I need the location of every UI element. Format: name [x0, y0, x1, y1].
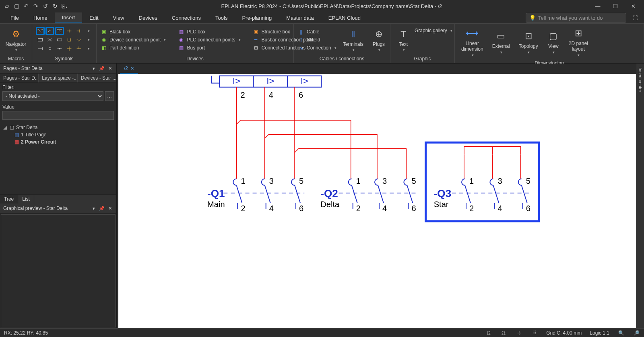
- symbol-dd-1[interactable]: ▾: [84, 27, 93, 35]
- maximize-button[interactable]: ❐: [609, 3, 621, 9]
- devconn-button[interactable]: ◉Device connection point▾: [101, 37, 166, 43]
- preview-menu-icon[interactable]: ▾: [91, 205, 97, 212]
- zoom-in-icon[interactable]: 🔎: [633, 329, 640, 337]
- symbol-dd-2[interactable]: ▾: [84, 36, 93, 44]
- svg-text:4: 4: [269, 204, 274, 213]
- symbol-14[interactable]: [65, 45, 74, 53]
- symbol-coil[interactable]: [55, 36, 64, 44]
- value-input[interactable]: [2, 111, 114, 120]
- svg-line-24: [265, 185, 270, 203]
- menu-devices[interactable]: Devices: [132, 13, 165, 23]
- preview-close-icon[interactable]: ✕: [107, 205, 113, 212]
- symbol-5[interactable]: [74, 27, 83, 35]
- insert-center-rail[interactable]: Insert center: [636, 64, 644, 328]
- snap-icon-2[interactable]: Ω:: [500, 329, 508, 337]
- tree-root[interactable]: ◢ ▢ Star Delta: [2, 124, 114, 131]
- redo-icon[interactable]: ↷: [32, 2, 39, 10]
- new-icon[interactable]: ▱: [3, 2, 10, 10]
- symbol-10[interactable]: [74, 36, 83, 44]
- close-button[interactable]: ✕: [627, 3, 639, 9]
- symbol-9[interactable]: [65, 36, 74, 44]
- navigator-button[interactable]: ⚙ Navigator ▾: [3, 26, 29, 53]
- minimize-button[interactable]: —: [592, 3, 604, 9]
- plcbox-button[interactable]: ▥PLC box: [178, 29, 240, 35]
- filter-more-button[interactable]: …: [105, 91, 114, 101]
- project-tree[interactable]: ◢ ▢ Star Delta ▤ 1 Title Page ▤ 2 Power …: [0, 121, 116, 194]
- panel-pin-icon[interactable]: 📌: [99, 65, 105, 72]
- forward-icon[interactable]: ↻: [52, 2, 59, 10]
- symbol-7[interactable]: [45, 36, 54, 44]
- menu-view[interactable]: View: [106, 13, 132, 23]
- zoom-out-icon[interactable]: 🔍: [617, 329, 625, 337]
- preview-pin-icon[interactable]: 📌: [99, 205, 105, 212]
- back-icon[interactable]: ↺: [42, 2, 49, 10]
- menu-edit[interactable]: Edit: [82, 13, 105, 23]
- tree-page-2[interactable]: ▤ 2 Power Circuit: [2, 138, 114, 146]
- grid-dots-icon[interactable]: ⠿: [531, 329, 538, 337]
- tab-pages[interactable]: Pages - Star D...: [0, 74, 39, 82]
- undo-icon[interactable]: ↶: [23, 2, 30, 10]
- shield-button[interactable]: ⟟Shield: [298, 37, 336, 43]
- symbol-contact-no[interactable]: [36, 27, 45, 35]
- tab-close-icon[interactable]: ✕: [130, 66, 134, 71]
- symbol-contact-nc[interactable]: [55, 27, 64, 35]
- terminals-button[interactable]: ⦀ Terminals▾: [341, 26, 366, 53]
- svg-text:-Q1: -Q1: [207, 187, 225, 199]
- menu-preplan[interactable]: Pre-planning: [235, 13, 279, 23]
- busport-button[interactable]: ▤Bus port: [178, 45, 240, 51]
- plugs-button[interactable]: ⊕ Plugs▾: [370, 26, 388, 53]
- search-input[interactable]: 💡 Tell me what you want to do: [526, 13, 626, 23]
- schematic-canvas[interactable]: I> I> I> 2 4 6: [118, 74, 636, 328]
- blackbox-button[interactable]: ▣Black box: [101, 29, 166, 35]
- topology-button[interactable]: ⊡ Topology▾: [516, 28, 541, 55]
- doc-tab[interactable]: /2 ✕: [120, 64, 138, 74]
- menu-file[interactable]: File: [3, 13, 26, 23]
- symbol-15[interactable]: [74, 45, 83, 53]
- partdef-button[interactable]: ◧Part definition: [101, 45, 166, 51]
- text-button[interactable]: T Text▾: [394, 26, 412, 53]
- linear-dim-button[interactable]: ⟷ Linear dimension▾: [459, 25, 486, 59]
- tree-page-1[interactable]: ▤ 1 Title Page: [2, 131, 114, 138]
- connection-button[interactable]: ↘Connection▾: [298, 45, 336, 51]
- tab-list[interactable]: List: [18, 195, 34, 203]
- symbol-11[interactable]: [36, 45, 45, 53]
- symbol-6[interactable]: [36, 36, 45, 44]
- menu-master[interactable]: Master data: [279, 13, 321, 23]
- snap-icon-1[interactable]: Ω: [485, 329, 492, 337]
- panel-close-icon[interactable]: ✕: [107, 65, 113, 72]
- svg-text:I>: I>: [233, 76, 240, 86]
- tab-devices[interactable]: Devices - Star ...: [78, 74, 116, 82]
- tab-tree[interactable]: Tree: [0, 195, 18, 203]
- svg-text:2: 2: [240, 90, 245, 99]
- menu-insert[interactable]: Insert: [55, 12, 83, 23]
- gallery-button[interactable]: Graphic gallery▾: [415, 28, 452, 33]
- menu-connections[interactable]: Connections: [165, 13, 208, 23]
- filter-select[interactable]: - Not activated -: [2, 91, 103, 101]
- expand-ribbon-icon[interactable]: ⛶: [630, 12, 641, 23]
- symbol-12[interactable]: [45, 45, 54, 53]
- symbol-4[interactable]: [65, 27, 74, 35]
- struct-icon: ▣: [253, 29, 259, 35]
- plcconn-button[interactable]: ◉PLC connection points▾: [178, 37, 240, 43]
- collapse-icon[interactable]: ◢: [2, 125, 7, 130]
- tab-layout[interactable]: Layout space -...: [39, 74, 77, 82]
- view-button[interactable]: ▢ View▾: [545, 28, 562, 55]
- cable-button[interactable]: ‖Cable: [298, 29, 336, 35]
- symbol-dd-3[interactable]: ▾: [84, 45, 93, 53]
- page-icon: ▤: [14, 139, 19, 145]
- open-icon[interactable]: ▢: [13, 2, 20, 10]
- menu-cloud[interactable]: EPLAN Cloud: [321, 13, 368, 23]
- svg-text:5: 5: [299, 177, 303, 185]
- grid-toggle-icon[interactable]: ⊹: [516, 329, 523, 337]
- menu-tools[interactable]: Tools: [208, 13, 235, 23]
- panel-menu-icon[interactable]: ▾: [91, 65, 97, 72]
- symbol-gallery[interactable]: ▾ ▾ ▾: [36, 27, 93, 53]
- svg-text:Delta: Delta: [320, 200, 340, 209]
- menu-home[interactable]: Home: [26, 13, 55, 23]
- save-as-icon[interactable]: ⎘▾: [61, 2, 68, 10]
- symbol-13[interactable]: [55, 45, 64, 53]
- panel-button[interactable]: ⊞ 2D panel layout▾: [566, 25, 590, 59]
- selection-rect: [426, 142, 539, 221]
- external-button[interactable]: ▭ External▾: [490, 28, 512, 55]
- symbol-switch[interactable]: [45, 27, 54, 35]
